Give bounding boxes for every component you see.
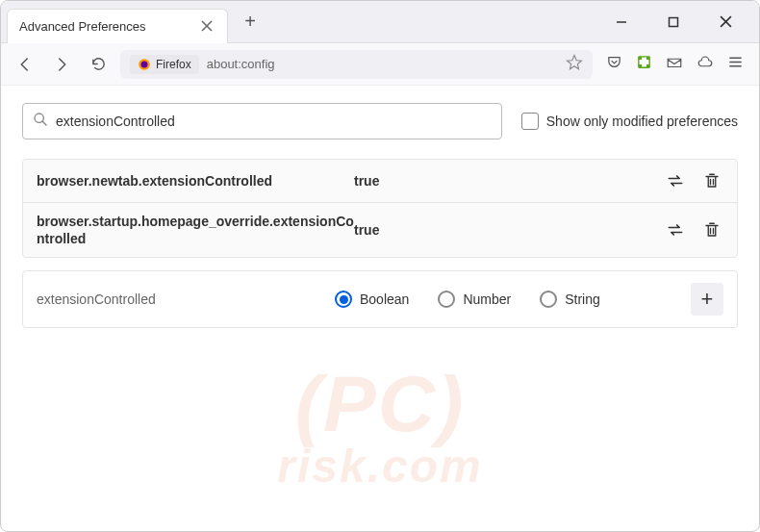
maximize-button[interactable]	[659, 8, 688, 37]
watermark: (PC) risk.com	[277, 359, 482, 493]
pref-value: true	[354, 173, 664, 189]
checkbox-icon	[521, 113, 539, 130]
browser-tab[interactable]: Advanced Preferences	[7, 9, 228, 43]
pref-name: browser.startup.homepage_override.extens…	[37, 213, 354, 247]
toggle-button[interactable]	[664, 169, 687, 192]
toolbar: Firefox about:config	[1, 43, 759, 86]
delete-button[interactable]	[700, 218, 723, 241]
mail-icon[interactable]	[666, 54, 683, 75]
close-tab-icon[interactable]	[198, 17, 215, 35]
radio-icon	[438, 291, 455, 308]
search-input[interactable]	[56, 114, 492, 129]
radio-boolean[interactable]: Boolean	[335, 291, 409, 308]
identity-label: Firefox	[156, 58, 191, 71]
checkbox-label: Show only modified preferences	[546, 114, 738, 129]
pref-row: browser.startup.homepage_override.extens…	[22, 202, 738, 258]
identity-badge[interactable]: Firefox	[130, 55, 199, 74]
minimize-button[interactable]	[607, 8, 636, 37]
titlebar: Advanced Preferences +	[1, 1, 759, 43]
new-tab-button[interactable]: +	[236, 8, 265, 37]
svg-rect-5	[640, 60, 649, 64]
delete-button[interactable]	[700, 169, 723, 192]
pocket-icon[interactable]	[606, 54, 622, 74]
radio-string[interactable]: String	[540, 291, 600, 308]
create-pref-row: extensionControlled Boolean Number Strin…	[22, 270, 738, 328]
toggle-button[interactable]	[664, 218, 687, 241]
back-button[interactable]	[11, 50, 39, 79]
radio-icon	[335, 291, 352, 308]
svg-rect-0	[670, 17, 678, 26]
close-window-button[interactable]	[711, 8, 740, 37]
svg-point-2	[141, 61, 148, 67]
menu-icon[interactable]	[727, 54, 744, 74]
pref-name: browser.newtab.extensionControlled	[37, 172, 354, 190]
firefox-icon	[138, 58, 151, 71]
bookmark-star-icon[interactable]	[566, 54, 583, 75]
search-icon	[33, 112, 48, 131]
url-text: about:config	[207, 57, 275, 71]
radio-number[interactable]: Number	[438, 291, 511, 308]
show-modified-checkbox[interactable]: Show only modified preferences	[521, 113, 738, 130]
cloud-icon[interactable]	[697, 54, 714, 75]
results-table: browser.newtab.extensionControlled true …	[22, 159, 738, 258]
forward-button[interactable]	[47, 50, 76, 79]
radio-icon	[540, 291, 557, 308]
reload-button[interactable]	[84, 50, 113, 79]
tab-title: Advanced Preferences	[19, 19, 198, 34]
create-pref-name: extensionControlled	[37, 291, 325, 307]
address-bar[interactable]: Firefox about:config	[120, 50, 593, 79]
add-button[interactable]: +	[691, 283, 723, 316]
content-area: Show only modified preferences browser.n…	[1, 86, 759, 345]
pref-value: true	[354, 222, 664, 238]
pref-row: browser.newtab.extensionControlled true	[22, 159, 738, 203]
search-box[interactable]	[22, 103, 502, 139]
extension-icon[interactable]	[636, 54, 652, 74]
